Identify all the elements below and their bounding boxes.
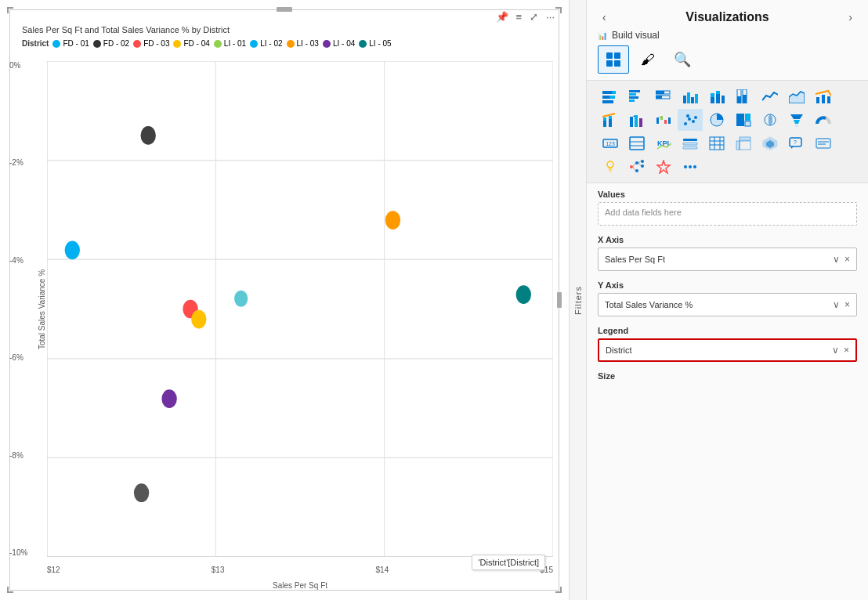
corner-tl [7,7,13,13]
chart-gauge[interactable] [811,109,836,131]
legend-dot-fd02 [93,40,101,48]
legend-value: District [606,345,632,355]
svg-marker-60 [633,115,635,117]
y-axis-field-box[interactable]: Total Sales Variance % ∨ × [598,293,857,316]
svg-rect-39 [695,94,698,103]
chart-clustered-bar[interactable] [624,85,649,107]
legend-remove[interactable]: × [844,345,849,356]
chart-svg [47,61,553,557]
svg-rect-30 [629,96,638,99]
chart-more[interactable] [678,156,703,178]
legend-text-li02: LI - 02 [260,39,282,48]
chart-pie[interactable] [704,109,729,131]
legend-section-label: Legend [598,326,857,335]
chart-matrix[interactable] [731,132,756,154]
legend-field-box[interactable]: District ∨ × [598,338,857,362]
svg-rect-88 [710,137,724,150]
resize-handle-right[interactable] [557,292,562,308]
legend-text-fd04: FD - 04 [183,39,209,48]
legend-item-li04: LI - 04 [323,39,355,48]
svg-line-111 [633,163,635,167]
values-placeholder: Add data fields here [605,208,682,217]
svg-point-66 [684,122,687,125]
chart-scatter[interactable] [678,109,703,131]
chart-treemap[interactable] [731,109,756,131]
filter-icon[interactable]: ≡ [516,11,523,23]
svg-marker-76 [790,114,803,119]
svg-text:?: ? [794,139,797,145]
chart-ribbon[interactable] [624,109,649,131]
chart-card[interactable]: 123 [598,132,623,154]
chart-filled-map[interactable] [758,109,783,131]
y-axis-expand[interactable]: ∨ [833,299,840,310]
pin-icon[interactable]: 📌 [496,11,508,23]
nav-right-arrow[interactable]: › [844,9,857,25]
chart-decomp-tree[interactable] [624,156,649,178]
chart-waterfall[interactable] [651,109,676,131]
chart-section: 📌 ≡ ⤢ ··· Sales Per Sq Ft and Total Sale… [0,0,586,600]
legend-expand[interactable]: ∨ [832,345,839,356]
chart-stacked-col[interactable] [704,85,729,107]
chart-container: 📌 ≡ ⤢ ··· Sales Per Sq Ft and Total Sale… [0,0,569,600]
chart-clustered-col[interactable] [678,85,703,107]
chart-azure-map[interactable] [758,132,783,154]
svg-rect-73 [745,114,750,121]
values-label: Values [598,190,857,199]
chart-line-col[interactable] [811,85,836,107]
chart-qa[interactable]: ? [784,132,809,154]
svg-point-106 [630,165,633,168]
chart-line-stacked-col[interactable] [598,109,623,131]
viz-tabs: 🖌 🔍 [587,45,868,80]
chart-table[interactable] [704,132,729,154]
tab-analytics[interactable]: 🔍 [667,45,698,74]
svg-point-70 [694,116,697,119]
chart-stacked-bar[interactable] [598,85,623,107]
svg-text:123: 123 [606,141,615,146]
x-axis-remove[interactable]: × [844,254,850,265]
resize-handle-top[interactable] [277,7,292,12]
values-field-box[interactable]: Add data fields here [598,202,857,226]
svg-rect-64 [668,117,671,124]
chart-multi-row-card[interactable] [624,132,649,154]
y-axis-remove[interactable]: × [844,299,850,310]
legend-actions: ∨ × [832,345,849,356]
viz-panel-header: ‹ Visualizations › [587,0,868,30]
x-axis-expand[interactable]: ∨ [833,254,840,265]
chart-line[interactable] [758,85,783,107]
svg-rect-38 [691,97,694,103]
chart-kpi[interactable]: KPI [651,132,676,154]
chart-key-influencers[interactable] [598,156,623,178]
svg-rect-51 [822,95,825,103]
svg-point-18 [516,285,531,304]
svg-point-107 [635,161,638,164]
chart-stacked-col-100[interactable] [731,85,756,107]
svg-rect-61 [656,117,659,124]
legend-text-li05: LI - 05 [369,39,391,48]
y-axis-labels: 0% -2% -4% -6% -8% -10% [9,61,27,557]
more-icon[interactable]: ··· [546,11,555,23]
x-axis-label: X Axis [598,235,857,244]
chart-smart-narrative[interactable] [811,132,836,154]
svg-rect-87 [683,146,697,149]
tab-format[interactable]: 🖌 [632,45,664,74]
chart-custom-visual[interactable] [651,156,676,178]
svg-rect-46 [737,96,741,103]
chart-stacked-bar-100[interactable] [651,85,676,107]
nav-left-arrow[interactable]: ‹ [598,9,611,25]
chart-slicer[interactable] [678,132,703,154]
svg-rect-21 [606,60,613,67]
expand-icon[interactable]: ⤢ [530,11,538,23]
legend-dot-li05 [359,40,367,48]
x-axis-field-box[interactable]: Sales Per Sq Ft ∨ × [598,248,857,271]
chart-area[interactable] [784,85,809,107]
svg-rect-62 [660,116,663,120]
legend-item-li05: LI - 05 [359,39,391,48]
svg-rect-81 [630,137,644,150]
svg-marker-49 [789,92,805,103]
svg-rect-20 [614,52,620,59]
tab-fields[interactable] [598,45,629,74]
svg-rect-35 [656,96,662,99]
chart-plot-area: 0% -2% -4% -6% -8% -10% Total Sales Vari… [47,61,553,557]
chart-funnel[interactable] [784,109,809,131]
chart-type-grid: 123 KPI [587,80,868,183]
